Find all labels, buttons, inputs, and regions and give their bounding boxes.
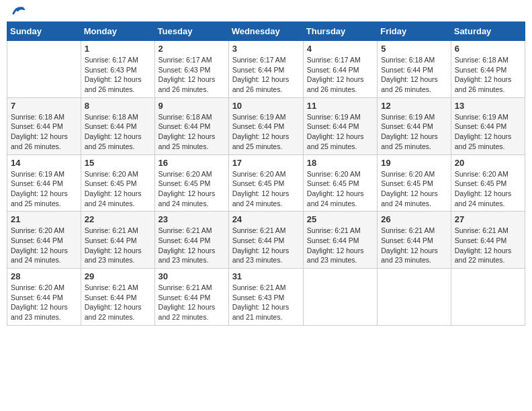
cell-info: Sunrise: 6:18 AM Sunset: 6:44 PM Dayligh…	[381, 55, 447, 95]
cell-info: Sunrise: 6:21 AM Sunset: 6:44 PM Dayligh…	[307, 226, 373, 265]
day-number: 3	[232, 44, 300, 54]
calendar-cell: 25Sunrise: 6:21 AM Sunset: 6:44 PM Dayli…	[303, 212, 377, 269]
calendar-cell: 9Sunrise: 6:18 AM Sunset: 6:44 PM Daylig…	[154, 97, 228, 154]
day-number: 21	[11, 214, 77, 224]
calendar-cell: 18Sunrise: 6:20 AM Sunset: 6:45 PM Dayli…	[303, 154, 377, 212]
weekday-header-thursday: Thursday	[303, 22, 377, 41]
day-number: 15	[85, 158, 151, 168]
day-number: 31	[232, 271, 300, 281]
day-number: 7	[11, 101, 77, 111]
calendar-cell: 20Sunrise: 6:20 AM Sunset: 6:45 PM Dayli…	[451, 154, 525, 212]
day-number: 11	[307, 101, 373, 111]
calendar-cell: 2Sunrise: 6:17 AM Sunset: 6:43 PM Daylig…	[154, 41, 228, 98]
calendar-cell: 6Sunrise: 6:18 AM Sunset: 6:44 PM Daylig…	[451, 41, 525, 98]
calendar-cell: 19Sunrise: 6:20 AM Sunset: 6:45 PM Dayli…	[378, 154, 451, 212]
calendar-cell: 30Sunrise: 6:21 AM Sunset: 6:44 PM Dayli…	[154, 269, 228, 326]
calendar-cell: 28Sunrise: 6:20 AM Sunset: 6:44 PM Dayli…	[7, 269, 81, 326]
calendar-cell: 29Sunrise: 6:21 AM Sunset: 6:44 PM Dayli…	[81, 269, 154, 326]
day-number: 14	[11, 158, 77, 168]
cell-info: Sunrise: 6:20 AM Sunset: 6:45 PM Dayligh…	[307, 169, 373, 209]
weekday-header-monday: Monday	[81, 22, 154, 41]
calendar-cell: 5Sunrise: 6:18 AM Sunset: 6:44 PM Daylig…	[378, 41, 451, 98]
day-number: 5	[381, 44, 447, 54]
cell-info: Sunrise: 6:21 AM Sunset: 6:44 PM Dayligh…	[85, 283, 151, 322]
cell-info: Sunrise: 6:21 AM Sunset: 6:44 PM Dayligh…	[455, 226, 521, 265]
week-row-3: 14Sunrise: 6:19 AM Sunset: 6:44 PM Dayli…	[7, 154, 525, 212]
week-row-4: 21Sunrise: 6:20 AM Sunset: 6:44 PM Dayli…	[7, 212, 525, 269]
cell-info: Sunrise: 6:19 AM Sunset: 6:44 PM Dayligh…	[455, 112, 521, 152]
day-number: 25	[307, 214, 373, 224]
day-number: 18	[307, 158, 373, 168]
day-number: 26	[381, 214, 447, 224]
calendar-cell: 3Sunrise: 6:17 AM Sunset: 6:44 PM Daylig…	[228, 41, 303, 98]
day-number: 29	[85, 271, 151, 281]
calendar-cell: 27Sunrise: 6:21 AM Sunset: 6:44 PM Dayli…	[451, 212, 525, 269]
day-number: 28	[11, 271, 77, 281]
day-number: 1	[85, 44, 151, 54]
cell-info: Sunrise: 6:20 AM Sunset: 6:45 PM Dayligh…	[381, 169, 447, 209]
week-row-1: 1Sunrise: 6:17 AM Sunset: 6:43 PM Daylig…	[7, 41, 525, 98]
cell-info: Sunrise: 6:19 AM Sunset: 6:44 PM Dayligh…	[381, 112, 447, 152]
day-number: 12	[381, 101, 447, 111]
calendar-cell: 7Sunrise: 6:18 AM Sunset: 6:44 PM Daylig…	[7, 97, 81, 154]
calendar-cell	[378, 269, 451, 326]
calendar-cell: 4Sunrise: 6:17 AM Sunset: 6:44 PM Daylig…	[303, 41, 377, 98]
calendar-cell: 16Sunrise: 6:20 AM Sunset: 6:45 PM Dayli…	[154, 154, 228, 212]
cell-info: Sunrise: 6:21 AM Sunset: 6:44 PM Dayligh…	[381, 226, 447, 265]
calendar-cell: 8Sunrise: 6:18 AM Sunset: 6:44 PM Daylig…	[81, 97, 154, 154]
weekday-header-friday: Friday	[378, 22, 451, 41]
week-row-2: 7Sunrise: 6:18 AM Sunset: 6:44 PM Daylig…	[7, 97, 525, 154]
day-number: 27	[455, 214, 521, 224]
day-number: 8	[85, 101, 151, 111]
calendar-table: SundayMondayTuesdayWednesdayThursdayFrid…	[7, 21, 525, 326]
logo	[9, 7, 26, 16]
cell-info: Sunrise: 6:17 AM Sunset: 6:44 PM Dayligh…	[307, 55, 373, 95]
calendar-cell: 12Sunrise: 6:19 AM Sunset: 6:44 PM Dayli…	[378, 97, 451, 154]
day-number: 17	[232, 158, 300, 168]
day-number: 19	[381, 158, 447, 168]
calendar-cell	[451, 269, 525, 326]
cell-info: Sunrise: 6:21 AM Sunset: 6:44 PM Dayligh…	[159, 283, 225, 322]
logo-icon	[11, 4, 26, 19]
day-number: 9	[159, 101, 225, 111]
day-number: 16	[159, 158, 225, 168]
cell-info: Sunrise: 6:19 AM Sunset: 6:44 PM Dayligh…	[11, 169, 77, 209]
cell-info: Sunrise: 6:18 AM Sunset: 6:44 PM Dayligh…	[11, 112, 77, 152]
weekday-header-wednesday: Wednesday	[228, 22, 303, 41]
calendar-cell: 13Sunrise: 6:19 AM Sunset: 6:44 PM Dayli…	[451, 97, 525, 154]
cell-info: Sunrise: 6:17 AM Sunset: 6:44 PM Dayligh…	[232, 55, 300, 95]
calendar-cell: 31Sunrise: 6:21 AM Sunset: 6:43 PM Dayli…	[228, 269, 303, 326]
calendar-cell	[303, 269, 377, 326]
cell-info: Sunrise: 6:21 AM Sunset: 6:44 PM Dayligh…	[159, 226, 225, 265]
cell-info: Sunrise: 6:18 AM Sunset: 6:44 PM Dayligh…	[85, 112, 151, 152]
day-number: 30	[159, 271, 225, 281]
weekday-header-saturday: Saturday	[451, 22, 525, 41]
weekday-header-sunday: Sunday	[7, 22, 81, 41]
cell-info: Sunrise: 6:20 AM Sunset: 6:45 PM Dayligh…	[232, 169, 300, 209]
cell-info: Sunrise: 6:19 AM Sunset: 6:44 PM Dayligh…	[232, 112, 300, 152]
day-number: 6	[455, 44, 521, 54]
calendar-cell: 14Sunrise: 6:19 AM Sunset: 6:44 PM Dayli…	[7, 154, 81, 212]
calendar-cell: 15Sunrise: 6:20 AM Sunset: 6:45 PM Dayli…	[81, 154, 154, 212]
day-number: 4	[307, 44, 373, 54]
cell-info: Sunrise: 6:18 AM Sunset: 6:44 PM Dayligh…	[159, 112, 225, 152]
cell-info: Sunrise: 6:20 AM Sunset: 6:45 PM Dayligh…	[159, 169, 225, 209]
day-number: 22	[85, 214, 151, 224]
cell-info: Sunrise: 6:20 AM Sunset: 6:44 PM Dayligh…	[11, 226, 77, 265]
cell-info: Sunrise: 6:18 AM Sunset: 6:44 PM Dayligh…	[455, 55, 521, 95]
day-number: 24	[232, 214, 300, 224]
calendar-cell: 22Sunrise: 6:21 AM Sunset: 6:44 PM Dayli…	[81, 212, 154, 269]
day-number: 23	[159, 214, 225, 224]
day-number: 13	[455, 101, 521, 111]
calendar-cell: 26Sunrise: 6:21 AM Sunset: 6:44 PM Dayli…	[378, 212, 451, 269]
calendar-cell	[7, 41, 81, 98]
calendar-cell: 21Sunrise: 6:20 AM Sunset: 6:44 PM Dayli…	[7, 212, 81, 269]
weekday-header-row: SundayMondayTuesdayWednesdayThursdayFrid…	[7, 22, 525, 41]
calendar-cell: 10Sunrise: 6:19 AM Sunset: 6:44 PM Dayli…	[228, 97, 303, 154]
cell-info: Sunrise: 6:20 AM Sunset: 6:44 PM Dayligh…	[11, 283, 77, 322]
calendar-cell: 17Sunrise: 6:20 AM Sunset: 6:45 PM Dayli…	[228, 154, 303, 212]
cell-info: Sunrise: 6:17 AM Sunset: 6:43 PM Dayligh…	[159, 55, 225, 95]
calendar-cell: 1Sunrise: 6:17 AM Sunset: 6:43 PM Daylig…	[81, 41, 154, 98]
cell-info: Sunrise: 6:21 AM Sunset: 6:43 PM Dayligh…	[232, 283, 300, 322]
cell-info: Sunrise: 6:21 AM Sunset: 6:44 PM Dayligh…	[85, 226, 151, 265]
